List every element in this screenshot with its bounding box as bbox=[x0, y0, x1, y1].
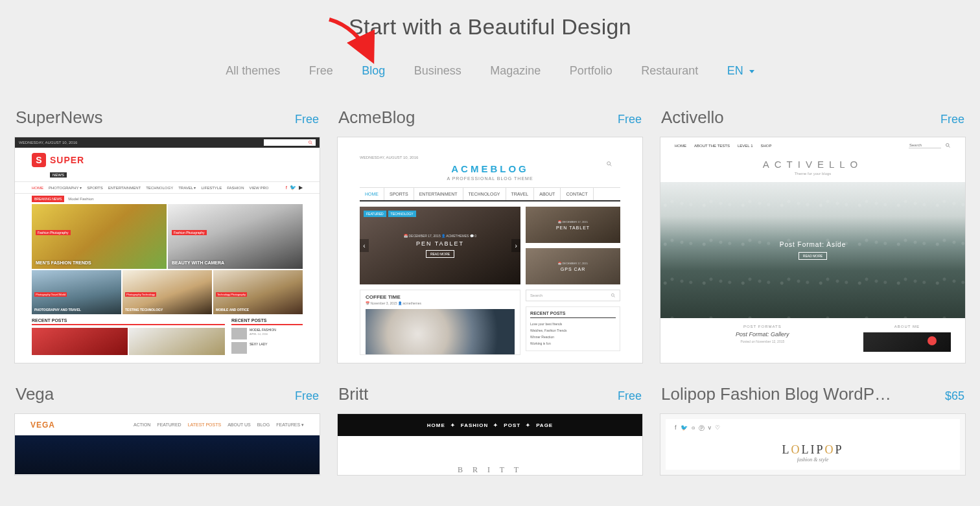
theme-price: Free bbox=[940, 113, 964, 126]
preview-nav-item: ENTERTAINMENT bbox=[108, 186, 141, 190]
preview-search bbox=[909, 143, 951, 148]
preview-tag: Photography Travel World bbox=[34, 292, 67, 297]
recent-posts-header: RECENT POSTS bbox=[530, 311, 616, 318]
facebook-icon: f bbox=[675, 424, 677, 433]
preview-tagline: A PROFESSIONAL BLOG THEME bbox=[360, 176, 620, 181]
chevron-down-icon bbox=[749, 70, 754, 73]
instagram-icon: ⌾ bbox=[692, 424, 695, 433]
filter-business[interactable]: Business bbox=[401, 58, 474, 84]
preview-search bbox=[264, 139, 316, 146]
theme-thumbnail[interactable]: f 🐦 ⌾ Ⓟ v ♡ LOLIPOP fashion & style bbox=[660, 413, 966, 476]
preview-hero-title: Post Format: Aside bbox=[780, 241, 846, 248]
theme-thumbnail[interactable]: WEDNESDAY, AUGUST 10, 2016 ACMEBLOG A PR… bbox=[337, 137, 643, 363]
pinterest-icon: Ⓟ bbox=[699, 424, 705, 433]
preview-nav-item: FASHION bbox=[461, 422, 489, 428]
preview-nav-item: LIFESTYLE bbox=[202, 186, 222, 190]
preview-recent-item: Winner Reaction bbox=[530, 334, 616, 340]
search-icon bbox=[308, 140, 313, 145]
chevron-left-icon: ‹ bbox=[360, 239, 369, 252]
language-dropdown[interactable]: EN bbox=[714, 58, 767, 84]
page-title: Start with a Beautiful Design bbox=[14, 0, 966, 58]
preview-recent-item: Love your best friends bbox=[530, 321, 616, 327]
preview-category: POST FORMATS bbox=[675, 325, 850, 328]
theme-thumbnail[interactable]: HOME✦ FASHION✦ POST✦ PAGE B R I T T bbox=[337, 413, 643, 476]
preview-tile-title: GPS CAR bbox=[561, 267, 586, 271]
theme-card-acmeblog[interactable]: AcmeBlog Free WEDNESDAY, AUGUST 10, 2016… bbox=[337, 104, 643, 363]
preview-tag: FEATURED bbox=[364, 211, 386, 217]
theme-title: SuperNews bbox=[16, 108, 102, 128]
svg-line-7 bbox=[949, 146, 950, 148]
preview-nav-item: ABOUT US bbox=[228, 422, 251, 428]
preview-logo: ACMEBLOG bbox=[360, 163, 620, 174]
preview-date: WEDNESDAY, AUGUST 10, 2016 bbox=[360, 155, 620, 159]
preview-nav-item: TRAVEL bbox=[506, 188, 535, 200]
theme-card-vega[interactable]: Vega Free VEGA ACTION FEATURED LATEST PO… bbox=[14, 380, 320, 476]
preview-slide-meta: 📅 DECEMBER 17, 2015 👤 ACMETHEMES 💬 0 bbox=[404, 234, 476, 238]
preview-post-date: Posted on November 12, 2015 bbox=[675, 339, 850, 343]
preview-nav-item: TECHNOLOGY bbox=[146, 186, 173, 190]
theme-card-britt[interactable]: Britt Free HOME✦ FASHION✦ POST✦ PAGE B R… bbox=[337, 380, 643, 476]
heart-icon: ♡ bbox=[715, 424, 720, 433]
preview-nav: ACTION FEATURED LATEST POSTS ABOUT US BL… bbox=[134, 422, 304, 428]
theme-thumbnail[interactable]: VEGA ACTION FEATURED LATEST POSTS ABOUT … bbox=[14, 413, 320, 476]
preview-nav-item: PAGE bbox=[536, 422, 553, 428]
search-icon bbox=[606, 161, 612, 167]
preview-tagline: Theme for your blogs bbox=[660, 172, 965, 176]
diamond-icon: ✦ bbox=[526, 422, 531, 428]
recent-posts-header: RECENT POSTS bbox=[231, 318, 303, 325]
search-icon bbox=[611, 293, 616, 298]
theme-price: $65 bbox=[945, 389, 964, 403]
theme-title: AcmeBlog bbox=[338, 108, 415, 128]
filter-portfolio[interactable]: Portfolio bbox=[557, 58, 625, 84]
theme-grid: SuperNews Free WEDNESDAY, AUGUST 10, 201… bbox=[14, 104, 966, 476]
preview-hero bbox=[15, 435, 320, 474]
preview-read-more: READ MORE bbox=[426, 250, 454, 258]
theme-thumbnail[interactable]: HOME ABOUT THE TESTS LEVEL 1 SHOP ACTIVE… bbox=[660, 137, 966, 363]
theme-thumbnail[interactable]: WEDNESDAY, AUGUST 10, 2016 S SUPER NEWS … bbox=[14, 137, 320, 363]
filter-all-themes[interactable]: All themes bbox=[213, 58, 293, 84]
preview-nav: HOME ABOUT THE TESTS LEVEL 1 SHOP bbox=[675, 144, 772, 148]
facebook-icon: f bbox=[286, 185, 287, 190]
preview-hero: Post Format: Aside READ MORE bbox=[660, 182, 965, 318]
preview-caption: PHOTOGRAPHY AND TRAVEL bbox=[34, 308, 81, 312]
svg-line-1 bbox=[311, 143, 312, 144]
preview-caption: TESTING TECHNOLOGY bbox=[125, 308, 163, 312]
preview-tile-date: 📅 DECEMBER 17, 2015 bbox=[558, 262, 587, 265]
preview-caption: BEAUTY WITH CAMERA bbox=[172, 260, 224, 265]
preview-about-header: ABOUT ME bbox=[863, 325, 951, 328]
preview-nav-item: HOME bbox=[360, 188, 384, 200]
twitter-icon: 🐦 bbox=[681, 424, 688, 433]
preview-tag: Fashion Photography bbox=[172, 230, 207, 235]
preview-about-image bbox=[863, 332, 951, 352]
preview-nav-item: FEATURED bbox=[157, 422, 181, 428]
vimeo-icon: v bbox=[708, 424, 712, 433]
svg-line-3 bbox=[610, 165, 611, 166]
preview-nav-item: HOME bbox=[675, 144, 686, 148]
filter-free[interactable]: Free bbox=[296, 58, 346, 84]
preview-search-box: Search bbox=[526, 290, 620, 301]
preview-nav-item: SHOP bbox=[760, 144, 771, 148]
diamond-icon: ✦ bbox=[493, 422, 498, 428]
theme-card-supernews[interactable]: SuperNews Free WEDNESDAY, AUGUST 10, 201… bbox=[14, 104, 320, 363]
theme-price: Free bbox=[618, 113, 642, 126]
preview-logo-text: SUPER bbox=[50, 155, 84, 165]
preview-post-meta: APRIL 14, 2016 bbox=[250, 332, 276, 336]
theme-card-lolipop[interactable]: Lolipop Fashion Blog WordP… $65 f 🐦 ⌾ Ⓟ … bbox=[660, 380, 966, 476]
theme-title: Lolipop Fashion Blog WordP… bbox=[661, 384, 891, 404]
preview-nav-item: TECHNOLOGY bbox=[463, 188, 506, 200]
preview-date: WEDNESDAY, AUGUST 10, 2016 bbox=[19, 141, 77, 144]
diamond-icon: ✦ bbox=[450, 422, 456, 428]
preview-nav-item: CONTACT bbox=[561, 188, 593, 200]
preview-caption: MOBILE AND OFFICE bbox=[216, 308, 249, 312]
preview-search-placeholder: Search bbox=[530, 293, 542, 297]
preview-logo-sub: fashion & style bbox=[666, 457, 960, 463]
filter-restaurant[interactable]: Restaurant bbox=[628, 58, 711, 84]
preview-nav-item: ABOUT THE TESTS bbox=[694, 144, 730, 148]
theme-card-activello[interactable]: Activello Free HOME ABOUT THE TESTS LEVE… bbox=[660, 104, 966, 363]
preview-recent-item: Working is fun bbox=[530, 340, 616, 347]
filter-magazine[interactable]: Magazine bbox=[477, 58, 554, 84]
svg-point-4 bbox=[611, 293, 614, 296]
filter-blog[interactable]: Blog bbox=[349, 58, 398, 84]
preview-nav: HOME✦ FASHION✦ POST✦ PAGE bbox=[338, 414, 642, 436]
preview-post-title: Post Format: Gallery bbox=[675, 331, 850, 338]
